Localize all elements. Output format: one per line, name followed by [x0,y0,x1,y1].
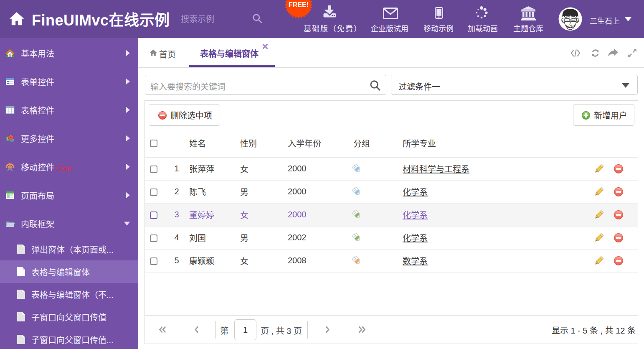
svg-text:FREE!: FREE! [289,1,309,8]
